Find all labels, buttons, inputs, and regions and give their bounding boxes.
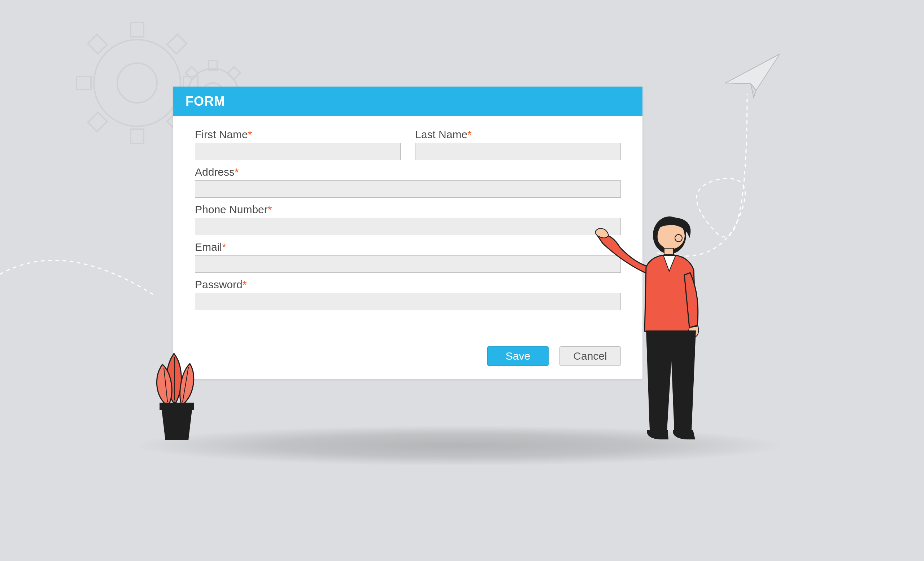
svg-rect-6 (88, 34, 107, 54)
label-text: Address (195, 166, 235, 178)
form-card: FORM First Name* Last Name* (173, 87, 642, 379)
phone-label: Phone Number* (195, 203, 621, 216)
label-text: First Name (195, 129, 248, 140)
address-input[interactable] (195, 180, 621, 198)
form-actions: Save Cancel (173, 325, 642, 379)
field-password: Password* (195, 278, 621, 310)
first-name-input[interactable] (195, 143, 400, 160)
required-marker: * (235, 166, 239, 178)
required-marker: * (268, 203, 272, 215)
svg-rect-7 (167, 34, 187, 54)
field-phone: Phone Number* (195, 203, 621, 235)
svg-marker-21 (726, 54, 780, 90)
form-title: FORM (186, 94, 225, 109)
field-last-name: Last Name* (415, 129, 621, 160)
password-input[interactable] (195, 293, 621, 310)
svg-rect-16 (186, 67, 198, 79)
password-label: Password* (195, 278, 621, 291)
first-name-label: First Name* (195, 129, 400, 141)
paper-plane-icon (722, 51, 787, 105)
field-address: Address* (195, 166, 621, 198)
label-text: Phone Number (195, 203, 268, 215)
required-marker: * (243, 278, 247, 290)
svg-rect-4 (76, 76, 91, 90)
last-name-input[interactable] (415, 143, 621, 160)
save-button[interactable]: Save (487, 346, 549, 366)
svg-marker-24 (162, 410, 192, 440)
required-marker: * (248, 129, 252, 140)
svg-point-26 (675, 235, 682, 242)
email-input[interactable] (195, 256, 621, 273)
label-text: Email (195, 241, 222, 253)
required-marker: * (222, 241, 226, 253)
plant-icon (148, 346, 213, 451)
svg-rect-3 (130, 129, 144, 144)
form-body: First Name* Last Name* Address* (173, 116, 642, 325)
address-label: Address* (195, 166, 621, 178)
required-marker: * (467, 129, 472, 140)
email-label: Email* (195, 241, 621, 253)
label-text: Password (195, 278, 243, 290)
svg-rect-12 (208, 61, 217, 70)
svg-rect-8 (88, 112, 107, 132)
phone-input[interactable] (195, 218, 621, 235)
person-illustration (592, 209, 722, 455)
field-email: Email* (195, 241, 621, 273)
svg-point-0 (94, 40, 180, 126)
form-header: FORM (173, 87, 642, 116)
field-first-name: First Name* (195, 129, 400, 160)
dashed-path (0, 260, 155, 296)
svg-rect-2 (130, 22, 144, 37)
label-text: Last Name (415, 129, 467, 140)
svg-rect-17 (227, 67, 240, 79)
svg-point-1 (117, 63, 157, 103)
svg-rect-23 (159, 402, 194, 410)
last-name-label: Last Name* (415, 129, 621, 141)
